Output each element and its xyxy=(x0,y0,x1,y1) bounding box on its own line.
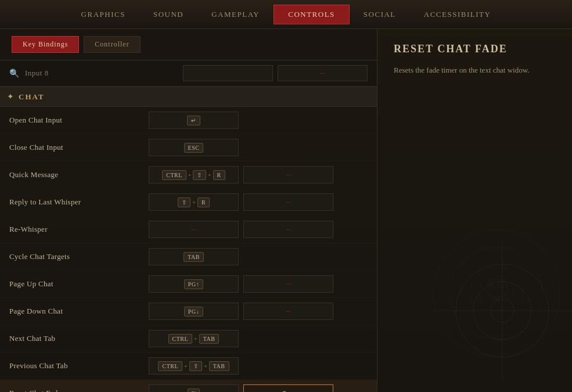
key-slot-1[interactable]: CTRL + ⇧ + TAB xyxy=(149,357,239,375)
search-label: Input 8 xyxy=(25,69,49,78)
binding-keys: ESC xyxy=(149,139,368,156)
search-row: 🔍 Input 8 -- xyxy=(0,60,377,87)
key-slot-1[interactable]: CTRL + ⇧ + R xyxy=(149,166,239,184)
binding-label: Cycle Chat Targets xyxy=(9,252,149,261)
key-slot-1[interactable]: ⇧ + R xyxy=(149,193,239,211)
right-panel: RESET CHAT FADE Resets the fade timer on… xyxy=(377,29,572,392)
right-panel-desc: Resets the fade timer on the text chat w… xyxy=(394,64,556,77)
binding-label: Re-Whisper xyxy=(9,225,149,234)
key-slot-2[interactable]: -- xyxy=(243,166,333,184)
binding-keys: TAB xyxy=(149,248,368,265)
binding-label: Page Down Chat xyxy=(9,307,149,316)
binding-label: Close Chat Input xyxy=(9,143,149,152)
tab-key-bindings[interactable]: Key Bindings xyxy=(12,36,79,53)
binding-quick-message[interactable]: Quick Message CTRL + ⇧ + R -- xyxy=(0,161,377,189)
key-chip: CTRL xyxy=(158,361,182,371)
key-slot-1[interactable]: CTRL + TAB xyxy=(149,330,239,347)
key-dash: -- xyxy=(192,225,196,234)
binding-close-chat-input[interactable]: Close Chat Input ESC xyxy=(0,134,377,161)
nav-sound[interactable]: SOUND xyxy=(139,5,197,24)
key-slot-1[interactable]: PG↑ xyxy=(149,275,239,293)
key-plus: + xyxy=(184,363,188,369)
key-slot-1[interactable]: PG↓ xyxy=(149,303,239,320)
key-chip: R xyxy=(213,170,225,180)
top-nav: GRAPHICS SOUND GAMEPLAY CONTROLS SOCIAL … xyxy=(0,0,572,29)
key-chip: PG↓ xyxy=(184,307,203,317)
main-content: Key Bindings Controller 🔍 Input 8 -- ✦ C… xyxy=(0,29,572,392)
key-plus: + xyxy=(192,199,196,206)
chat-section-header: ✦ CHAT xyxy=(0,87,377,107)
binding-keys: X ↖ -- xyxy=(149,384,368,392)
key-slot-1[interactable]: ESC xyxy=(149,139,239,156)
binding-keys: ↵ xyxy=(149,112,368,129)
binding-cycle-chat-targets[interactable]: Cycle Chat Targets TAB xyxy=(0,243,377,271)
binding-label: Previous Chat Tab xyxy=(9,361,149,371)
key-slot-2[interactable]: -- xyxy=(243,303,333,320)
key-chip: R xyxy=(197,197,210,207)
binding-label: Reset Chat Fade xyxy=(9,389,149,392)
cursor-icon: ↖ xyxy=(282,388,289,393)
scroll-area[interactable]: ✦ CHAT Open Chat Input ↵ Close Chat Inpu… xyxy=(0,87,377,392)
key-chip: ↵ xyxy=(187,116,200,125)
key-plus: + xyxy=(188,172,192,178)
key-slot-2[interactable]: -- xyxy=(243,221,333,238)
nav-gameplay[interactable]: GAMEPLAY xyxy=(197,5,274,24)
key-chip: ⇧ xyxy=(178,197,191,207)
key-slot-1[interactable]: X xyxy=(149,384,239,392)
key-dash: -- xyxy=(286,225,291,234)
left-panel: Key Bindings Controller 🔍 Input 8 -- ✦ C… xyxy=(0,29,377,392)
binding-reply-last-whisper[interactable]: Reply to Last Whisper ⇧ + R -- xyxy=(0,189,377,216)
key-chip: TAB xyxy=(209,361,229,371)
binding-next-chat-tab[interactable]: Next Chat Tab CTRL + TAB xyxy=(0,325,377,353)
key-dash: -- xyxy=(286,171,291,179)
binding-previous-chat-tab[interactable]: Previous Chat Tab CTRL + ⇧ + TAB xyxy=(0,353,377,380)
search-slot-2[interactable]: -- xyxy=(278,65,368,81)
key-plus: + xyxy=(204,363,207,369)
key-dash: -- xyxy=(286,280,291,289)
deco-cross-svg xyxy=(433,241,572,380)
nav-graphics[interactable]: GRAPHICS xyxy=(67,5,139,24)
tab-controller[interactable]: Controller xyxy=(84,36,140,53)
section-icon: ✦ xyxy=(7,92,14,102)
key-slot-1[interactable]: ↵ xyxy=(149,112,239,129)
key-chip: PG↑ xyxy=(184,279,203,289)
key-chip: ⇧ xyxy=(189,361,203,371)
binding-label: Reply to Last Whisper xyxy=(9,197,149,207)
binding-keys: CTRL + TAB xyxy=(149,330,368,347)
search-slot-1[interactable] xyxy=(183,65,273,81)
binding-label: Page Up Chat xyxy=(9,279,149,289)
binding-keys: CTRL + ⇧ + R -- xyxy=(149,166,368,184)
key-slot-2[interactable]: -- xyxy=(243,193,333,211)
section-title: CHAT xyxy=(19,92,45,102)
binding-keys: CTRL + ⇧ + TAB xyxy=(149,357,368,375)
key-chip: X xyxy=(188,389,200,393)
search-icon: 🔍 xyxy=(9,69,19,78)
key-plus: + xyxy=(194,336,197,342)
binding-label: Open Chat Input xyxy=(9,116,149,125)
binding-keys: ⇧ + R -- xyxy=(149,193,368,211)
right-panel-title: RESET CHAT FADE xyxy=(394,43,556,55)
key-chip: CTRL xyxy=(168,334,193,344)
binding-re-whisper[interactable]: Re-Whisper -- -- xyxy=(0,216,377,243)
key-slot-2-active[interactable]: ↖ -- xyxy=(243,384,333,392)
binding-label: Next Chat Tab xyxy=(9,334,149,343)
binding-page-down-chat[interactable]: Page Down Chat PG↓ -- xyxy=(0,298,377,325)
nav-controls[interactable]: CONTROLS xyxy=(274,5,350,24)
binding-keys: PG↑ -- xyxy=(149,275,368,293)
key-slot-1[interactable]: -- xyxy=(149,221,239,238)
search-inputs: -- xyxy=(183,65,368,81)
binding-label: Quick Message xyxy=(9,170,149,179)
key-dash: -- xyxy=(286,198,291,207)
key-chip: TAB xyxy=(199,334,220,344)
key-chip: ⇧ xyxy=(193,170,206,180)
key-slot-2[interactable]: -- xyxy=(243,275,333,293)
binding-reset-chat-fade[interactable]: Reset Chat Fade X ↖ -- xyxy=(0,380,377,392)
nav-accessibility[interactable]: ACCESSIBILITY xyxy=(410,5,505,24)
tab-bar: Key Bindings Controller xyxy=(0,29,377,60)
nav-social[interactable]: SOCIAL xyxy=(350,5,410,24)
key-dash: -- xyxy=(291,389,296,393)
binding-open-chat-input[interactable]: Open Chat Input ↵ xyxy=(0,107,377,134)
key-slot-1[interactable]: TAB xyxy=(149,248,239,265)
binding-page-up-chat[interactable]: Page Up Chat PG↑ -- xyxy=(0,271,377,298)
key-chip: ESC xyxy=(184,143,204,153)
